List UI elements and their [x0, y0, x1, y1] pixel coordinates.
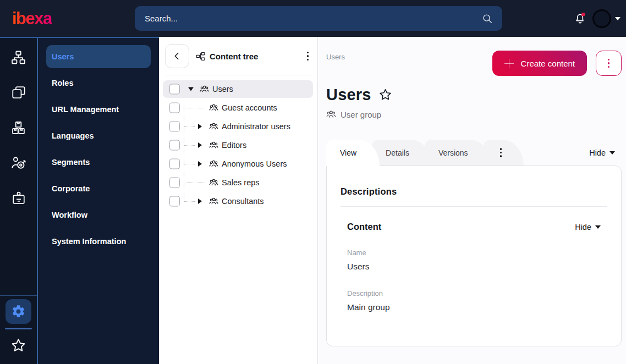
more-dots-icon	[608, 59, 610, 68]
tree-row-selected-bg	[163, 80, 313, 98]
tree-row-users[interactable]: Users	[163, 80, 313, 98]
tree-connector-stub	[184, 126, 195, 127]
descriptions-heading: Descriptions	[341, 186, 607, 197]
ibexa-logo[interactable]: ibexa	[12, 9, 52, 29]
expand-caret-icon[interactable]	[198, 124, 202, 129]
tab-bar: View Details Versions Hide	[326, 140, 622, 166]
menu-item-corporate[interactable]: Corporate	[46, 177, 151, 200]
product-catalog-icon[interactable]	[9, 119, 28, 136]
tree-row-consultants[interactable]: Consultants	[163, 192, 313, 211]
user-group-icon	[209, 103, 218, 113]
tree-row-editors[interactable]: Editors	[163, 136, 313, 155]
caret-down-icon	[609, 151, 615, 155]
menu-item-roles[interactable]: Roles	[46, 71, 151, 95]
collapse-tree-button[interactable]	[165, 44, 189, 68]
tab-versions[interactable]: Versions	[425, 140, 491, 166]
tree-row-checkbox[interactable]	[169, 103, 180, 113]
hide-content-toggle[interactable]: Hide	[575, 223, 601, 231]
tree-row-checkbox[interactable]	[169, 159, 180, 169]
topbar-right	[573, 0, 620, 37]
admin-badge-icon[interactable]	[9, 190, 28, 206]
content-tree: Users Guest accounts	[159, 80, 317, 211]
tree-row-administrator-users[interactable]: Administrator users	[163, 117, 313, 136]
plus-icon	[504, 59, 514, 68]
menu-item-workflow[interactable]: Workflow	[46, 203, 151, 227]
tree-row-anonymous-users[interactable]: Anonymous Users	[163, 155, 313, 173]
top-bar: ibexa	[0, 0, 626, 37]
hide-tabs-toggle[interactable]: Hide	[589, 148, 615, 157]
expand-caret-icon[interactable]	[198, 142, 202, 148]
search-icon[interactable]	[481, 13, 493, 25]
tree-icon	[196, 52, 205, 61]
user-group-icon	[209, 159, 218, 169]
menu-item-users[interactable]: Users	[46, 45, 151, 68]
bookmarks-star-icon[interactable]	[10, 337, 27, 354]
bookmark-star-icon[interactable]	[378, 87, 393, 102]
app-body: Users Roles URL Management Languages Seg…	[0, 37, 626, 364]
tree-connector-stub	[184, 164, 195, 164]
user-group-icon	[209, 122, 218, 131]
tree-connector-stub	[184, 108, 206, 108]
user-avatar[interactable]	[592, 9, 611, 28]
rail-divider-accent	[5, 328, 32, 329]
search-input[interactable]	[145, 14, 481, 23]
menu-item-url-management[interactable]: URL Management	[46, 98, 151, 121]
menu-item-segments[interactable]: Segments	[46, 151, 151, 174]
section-menu: Users Roles URL Management Languages Seg…	[38, 37, 159, 364]
expand-caret-icon[interactable]	[198, 198, 202, 204]
personalization-icon[interactable]	[9, 155, 28, 171]
tree-row-checkbox[interactable]	[169, 122, 180, 132]
settings-gear-icon[interactable]	[6, 299, 31, 324]
menu-item-system-information[interactable]: System Information	[46, 230, 151, 253]
tree-row-guest-accounts[interactable]: Guest accounts	[163, 98, 313, 117]
content-type-label: User group	[326, 109, 622, 119]
menu-item-languages[interactable]: Languages	[46, 124, 151, 147]
tree-header-divider	[165, 75, 312, 75]
tree-connector-stub	[184, 183, 206, 183]
content-heading: Content	[347, 222, 381, 232]
tree-row-checkbox[interactable]	[169, 140, 180, 151]
user-group-icon	[200, 85, 209, 94]
tab-details[interactable]: Details	[372, 140, 432, 166]
tree-connector-stub	[184, 145, 195, 146]
section-divider	[341, 206, 607, 207]
caret-down-icon	[595, 225, 601, 229]
breadcrumb[interactable]: Users	[326, 53, 345, 61]
content-tree-title: Content tree	[196, 52, 258, 61]
view-tab-panel: Descriptions Content Hide Name Users Des…	[326, 166, 622, 346]
more-actions-button[interactable]	[596, 51, 622, 76]
tree-connector-stub	[184, 201, 195, 202]
tree-row-sales-reps[interactable]: Sales reps	[163, 173, 313, 192]
user-group-icon	[209, 178, 218, 187]
user-group-icon	[209, 197, 218, 206]
field-name: Name Users	[347, 249, 601, 272]
expand-caret-icon[interactable]	[198, 161, 202, 167]
topbar-accent-line	[0, 37, 159, 38]
user-menu-caret-icon[interactable]	[615, 17, 620, 20]
main-content: Users Create content Users	[318, 37, 626, 364]
tree-row-checkbox[interactable]	[169, 196, 180, 207]
content-structure-icon[interactable]	[9, 49, 28, 65]
global-search	[135, 6, 502, 31]
tree-row-checkbox[interactable]	[169, 84, 180, 95]
user-group-icon	[326, 109, 336, 119]
tree-row-checkbox[interactable]	[169, 178, 180, 188]
user-group-icon	[209, 141, 218, 150]
create-content-button[interactable]: Create content	[492, 51, 587, 76]
field-description: Description Main group	[347, 289, 601, 312]
pages-icon[interactable]	[9, 84, 28, 101]
collapse-caret-icon[interactable]	[188, 87, 194, 91]
tab-view[interactable]: View	[326, 140, 380, 166]
content-tree-panel: Content tree Users	[159, 37, 318, 364]
tree-options-icon[interactable]	[307, 52, 309, 61]
page-title: Users	[326, 86, 371, 104]
notifications-bell-icon[interactable]	[573, 12, 587, 26]
rail-divider	[0, 295, 37, 296]
icon-sidebar	[0, 37, 38, 364]
